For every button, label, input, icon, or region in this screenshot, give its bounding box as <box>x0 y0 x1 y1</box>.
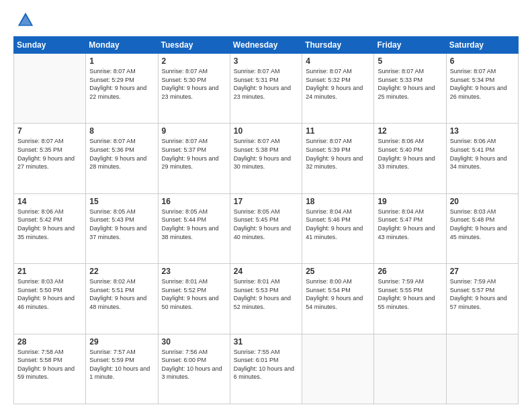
day-number: 4 <box>306 56 370 66</box>
calendar-cell: 27Sunrise: 7:59 AMSunset: 5:57 PMDayligh… <box>446 264 518 334</box>
cell-info: Sunrise: 7:59 AMSunset: 5:57 PMDaylight:… <box>450 277 515 311</box>
day-number: 6 <box>450 56 515 66</box>
cell-info: Sunrise: 8:03 AMSunset: 5:48 PMDaylight:… <box>450 208 515 241</box>
calendar-cell: 26Sunrise: 7:59 AMSunset: 5:55 PMDayligh… <box>374 264 446 334</box>
cell-info: Sunrise: 8:06 AMSunset: 5:40 PMDaylight:… <box>378 137 442 171</box>
calendar-cell <box>302 334 374 404</box>
day-number: 18 <box>306 197 370 206</box>
cell-info: Sunrise: 8:04 AMSunset: 5:46 PMDaylight:… <box>306 208 370 241</box>
day-number: 7 <box>17 126 82 136</box>
day-number: 1 <box>89 56 154 66</box>
cell-info: Sunrise: 8:06 AMSunset: 5:41 PMDaylight:… <box>450 137 515 171</box>
calendar-cell: 17Sunrise: 8:05 AMSunset: 5:45 PMDayligh… <box>230 193 302 263</box>
cell-info: Sunrise: 8:01 AMSunset: 5:52 PMDaylight:… <box>162 277 226 311</box>
day-number: 31 <box>234 337 298 347</box>
cell-info: Sunrise: 8:07 AMSunset: 5:33 PMDaylight:… <box>378 67 442 101</box>
calendar-cell: 30Sunrise: 7:56 AMSunset: 6:00 PMDayligh… <box>158 334 230 404</box>
calendar-cell: 12Sunrise: 8:06 AMSunset: 5:40 PMDayligh… <box>374 124 446 193</box>
cell-info: Sunrise: 8:07 AMSunset: 5:31 PMDaylight:… <box>234 67 298 101</box>
day-number: 10 <box>234 126 298 136</box>
weekday-header-saturday: Saturday <box>446 37 518 54</box>
page: SundayMondayTuesdayWednesdayThursdayFrid… <box>0 0 532 411</box>
day-number: 21 <box>17 267 82 276</box>
week-row-4: 21Sunrise: 8:03 AMSunset: 5:50 PMDayligh… <box>14 264 519 334</box>
weekday-header-wednesday: Wednesday <box>230 37 302 54</box>
day-number: 16 <box>162 197 226 206</box>
calendar-cell: 10Sunrise: 8:07 AMSunset: 5:38 PMDayligh… <box>230 124 302 193</box>
weekday-header-friday: Friday <box>374 37 446 54</box>
logo <box>13 11 35 30</box>
cell-info: Sunrise: 8:07 AMSunset: 5:39 PMDaylight:… <box>306 137 370 171</box>
calendar-cell: 31Sunrise: 7:55 AMSunset: 6:01 PMDayligh… <box>230 334 302 404</box>
calendar-cell: 18Sunrise: 8:04 AMSunset: 5:46 PMDayligh… <box>302 193 374 263</box>
calendar-cell: 20Sunrise: 8:03 AMSunset: 5:48 PMDayligh… <box>446 193 518 263</box>
weekday-header-monday: Monday <box>86 37 158 54</box>
day-number: 13 <box>450 126 515 136</box>
cell-info: Sunrise: 8:05 AMSunset: 5:45 PMDaylight:… <box>234 208 298 241</box>
cell-info: Sunrise: 7:56 AMSunset: 6:00 PMDaylight:… <box>162 348 226 381</box>
cell-info: Sunrise: 7:58 AMSunset: 5:58 PMDaylight:… <box>17 348 82 381</box>
calendar-cell <box>446 334 518 404</box>
cell-info: Sunrise: 7:57 AMSunset: 5:59 PMDaylight:… <box>89 348 154 381</box>
day-number: 22 <box>89 267 154 276</box>
week-row-5: 28Sunrise: 7:58 AMSunset: 5:58 PMDayligh… <box>14 334 519 404</box>
calendar-cell: 6Sunrise: 8:07 AMSunset: 5:34 PMDaylight… <box>446 54 518 124</box>
calendar-cell: 23Sunrise: 8:01 AMSunset: 5:52 PMDayligh… <box>158 264 230 334</box>
cell-info: Sunrise: 7:59 AMSunset: 5:55 PMDaylight:… <box>378 277 442 311</box>
calendar-cell: 29Sunrise: 7:57 AMSunset: 5:59 PMDayligh… <box>86 334 158 404</box>
cell-info: Sunrise: 8:07 AMSunset: 5:30 PMDaylight:… <box>162 67 226 101</box>
weekday-header-tuesday: Tuesday <box>158 37 230 54</box>
cell-info: Sunrise: 8:07 AMSunset: 5:34 PMDaylight:… <box>450 67 515 101</box>
calendar-cell: 25Sunrise: 8:00 AMSunset: 5:54 PMDayligh… <box>302 264 374 334</box>
logo-icon <box>16 11 35 30</box>
calendar-cell: 21Sunrise: 8:03 AMSunset: 5:50 PMDayligh… <box>14 264 86 334</box>
day-number: 24 <box>234 267 298 276</box>
calendar-cell: 1Sunrise: 8:07 AMSunset: 5:29 PMDaylight… <box>86 54 158 124</box>
cell-info: Sunrise: 8:00 AMSunset: 5:54 PMDaylight:… <box>306 277 370 311</box>
week-row-1: 1Sunrise: 8:07 AMSunset: 5:29 PMDaylight… <box>14 54 519 124</box>
day-number: 3 <box>234 56 298 66</box>
week-row-2: 7Sunrise: 8:07 AMSunset: 5:35 PMDaylight… <box>14 124 519 193</box>
day-number: 17 <box>234 197 298 206</box>
weekday-header-thursday: Thursday <box>302 37 374 54</box>
calendar-cell: 28Sunrise: 7:58 AMSunset: 5:58 PMDayligh… <box>14 334 86 404</box>
calendar-cell: 4Sunrise: 8:07 AMSunset: 5:32 PMDaylight… <box>302 54 374 124</box>
day-number: 23 <box>162 267 226 276</box>
calendar-cell: 24Sunrise: 8:01 AMSunset: 5:53 PMDayligh… <box>230 264 302 334</box>
cell-info: Sunrise: 8:07 AMSunset: 5:37 PMDaylight:… <box>162 137 226 171</box>
day-number: 11 <box>306 126 370 136</box>
day-number: 9 <box>162 126 226 136</box>
day-number: 15 <box>89 197 154 206</box>
weekday-header-sunday: Sunday <box>14 37 86 54</box>
day-number: 25 <box>306 267 370 276</box>
day-number: 2 <box>162 56 226 66</box>
day-number: 26 <box>378 267 442 276</box>
calendar-cell: 14Sunrise: 8:06 AMSunset: 5:42 PMDayligh… <box>14 193 86 263</box>
week-row-3: 14Sunrise: 8:06 AMSunset: 5:42 PMDayligh… <box>14 193 519 263</box>
cell-info: Sunrise: 8:07 AMSunset: 5:38 PMDaylight:… <box>234 137 298 171</box>
day-number: 29 <box>89 337 154 347</box>
calendar-cell: 22Sunrise: 8:02 AMSunset: 5:51 PMDayligh… <box>86 264 158 334</box>
day-number: 27 <box>450 267 515 276</box>
day-number: 5 <box>378 56 442 66</box>
cell-info: Sunrise: 8:05 AMSunset: 5:44 PMDaylight:… <box>162 208 226 241</box>
day-number: 12 <box>378 126 442 136</box>
calendar-cell: 11Sunrise: 8:07 AMSunset: 5:39 PMDayligh… <box>302 124 374 193</box>
calendar-cell: 5Sunrise: 8:07 AMSunset: 5:33 PMDaylight… <box>374 54 446 124</box>
cell-info: Sunrise: 8:07 AMSunset: 5:35 PMDaylight:… <box>17 137 82 171</box>
cell-info: Sunrise: 8:04 AMSunset: 5:47 PMDaylight:… <box>378 208 442 241</box>
cell-info: Sunrise: 8:07 AMSunset: 5:32 PMDaylight:… <box>306 67 370 101</box>
cell-info: Sunrise: 8:07 AMSunset: 5:29 PMDaylight:… <box>89 67 154 101</box>
calendar-cell: 16Sunrise: 8:05 AMSunset: 5:44 PMDayligh… <box>158 193 230 263</box>
day-number: 14 <box>17 197 82 206</box>
cell-info: Sunrise: 8:02 AMSunset: 5:51 PMDaylight:… <box>89 277 154 311</box>
cell-info: Sunrise: 8:01 AMSunset: 5:53 PMDaylight:… <box>234 277 298 311</box>
calendar-cell: 7Sunrise: 8:07 AMSunset: 5:35 PMDaylight… <box>14 124 86 193</box>
day-number: 30 <box>162 337 226 347</box>
header <box>13 11 519 30</box>
day-number: 8 <box>89 126 154 136</box>
cell-info: Sunrise: 8:05 AMSunset: 5:43 PMDaylight:… <box>89 208 154 241</box>
day-number: 20 <box>450 197 515 206</box>
calendar-cell <box>14 54 86 124</box>
cell-info: Sunrise: 8:03 AMSunset: 5:50 PMDaylight:… <box>17 277 82 311</box>
